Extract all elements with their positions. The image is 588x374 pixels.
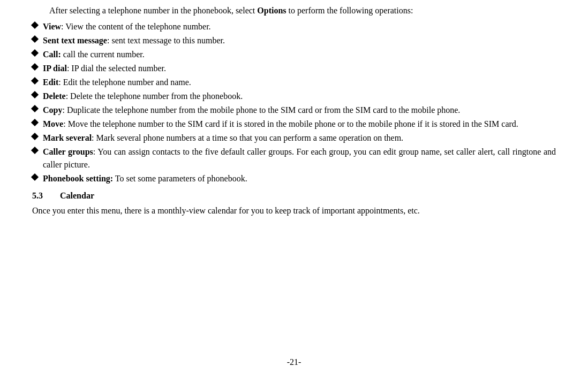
list-item-move: Move: Move the telephone number to the S… (32, 118, 556, 131)
list-item-sent-text: Sent text message: sent text message to … (32, 34, 556, 47)
bullet-list: View: View the content of the telephone … (32, 20, 556, 185)
diamond-icon-phonebook-setting (31, 173, 39, 181)
list-item-caller-groups-content: Caller groups: You can assign contacts t… (43, 146, 556, 171)
section-title: Calendar (60, 189, 94, 202)
section-heading: 5.3 Calendar (32, 189, 556, 202)
list-item-move-bold: Move (43, 119, 63, 128)
section-number: 5.3 (32, 189, 49, 202)
list-item-edit-bold: Edit (43, 78, 58, 87)
list-item-view-bold: View (43, 22, 61, 31)
diamond-icon-caller-groups (31, 147, 39, 154)
list-item-mark-several: Mark several: Mark several phone numbers… (32, 132, 556, 144)
list-item-view-text: : View the content of the telephone numb… (61, 22, 211, 31)
diamond-icon-copy (31, 105, 39, 112)
list-item-edit-content: Edit: Edit the telephone number and name… (43, 76, 556, 89)
list-item-caller-groups: Caller groups: You can assign contacts t… (32, 146, 556, 171)
list-item-call-text: call the current number. (61, 50, 145, 59)
list-item-sent-text-content: Sent text message: sent text message to … (43, 34, 556, 47)
diamond-icon-sent-text (31, 35, 39, 43)
list-item-ip-dial: IP dial: IP dial the selected number. (32, 62, 556, 75)
list-item-move-text: : Move the telephone number to the SIM c… (63, 119, 518, 128)
list-item-view: View: View the content of the telephone … (32, 20, 556, 33)
list-item-copy-text: : Duplicate the telephone number from th… (62, 105, 460, 115)
list-item-copy-content: Copy: Duplicate the telephone number fro… (43, 104, 556, 117)
list-item-mark-several-bold: Mark several (43, 133, 92, 142)
intro-text-after-bold: to perform the following operations: (287, 6, 413, 15)
list-item-mark-several-text: : Mark several phone numbers at a time s… (92, 133, 403, 142)
list-item-edit-text: : Edit the telephone number and name. (58, 78, 191, 87)
list-item-ip-dial-text: : IP dial the selected number. (67, 64, 166, 73)
list-item-ip-dial-bold: IP dial (43, 64, 67, 73)
diamond-icon-call (31, 49, 39, 57)
list-item-mark-several-content: Mark several: Mark several phone numbers… (43, 132, 556, 144)
list-item-phonebook-setting-bold: Phonebook setting: (43, 174, 113, 183)
diamond-icon-view (31, 21, 39, 29)
diamond-icon-edit (31, 77, 39, 85)
list-item-copy: Copy: Duplicate the telephone number fro… (32, 104, 556, 117)
list-item-caller-groups-text: : You can assign contacts to the five de… (43, 147, 556, 169)
list-item-view-content: View: View the content of the telephone … (43, 20, 556, 33)
intro-paragraph: After selecting a telephone number in th… (32, 4, 556, 17)
diamond-icon-delete (31, 91, 39, 98)
list-item-ip-dial-content: IP dial: IP dial the selected number. (43, 62, 556, 75)
diamond-icon-mark-several (31, 133, 39, 140)
intro-text-before-bold: After selecting a telephone number in th… (49, 6, 257, 15)
list-item-sent-text-text: : sent text message to this number. (107, 36, 225, 45)
page-container: After selecting a telephone number in th… (0, 0, 588, 374)
list-item-delete-content: Delete: Delete the telephone number from… (43, 90, 556, 103)
list-item-phonebook-setting-text: To set some parameters of phonebook. (113, 174, 247, 183)
list-item-phonebook-setting: Phonebook setting: To set some parameter… (32, 172, 556, 185)
list-item-caller-groups-bold: Caller groups (43, 147, 93, 156)
diamond-icon-move (31, 119, 39, 126)
section-body: Once you enter this menu, there is a mon… (32, 204, 556, 217)
intro-bold-word: Options (257, 6, 286, 15)
diamond-icon-ip-dial (31, 63, 39, 71)
list-item-copy-bold: Copy (43, 105, 62, 115)
list-item-sent-text-bold: Sent text message (43, 36, 107, 45)
list-item-delete-text: : Delete the telephone number from the p… (66, 91, 243, 101)
list-item-call: Call: call the current number. (32, 48, 556, 61)
list-item-delete: Delete: Delete the telephone number from… (32, 90, 556, 103)
list-item-phonebook-setting-content: Phonebook setting: To set some parameter… (43, 172, 556, 185)
list-item-edit: Edit: Edit the telephone number and name… (32, 76, 556, 89)
list-item-delete-bold: Delete (43, 91, 66, 101)
list-item-move-content: Move: Move the telephone number to the S… (43, 118, 556, 131)
page-number: -21- (0, 356, 588, 369)
list-item-call-bold: Call: (43, 50, 61, 59)
list-item-call-content: Call: call the current number. (43, 48, 556, 61)
